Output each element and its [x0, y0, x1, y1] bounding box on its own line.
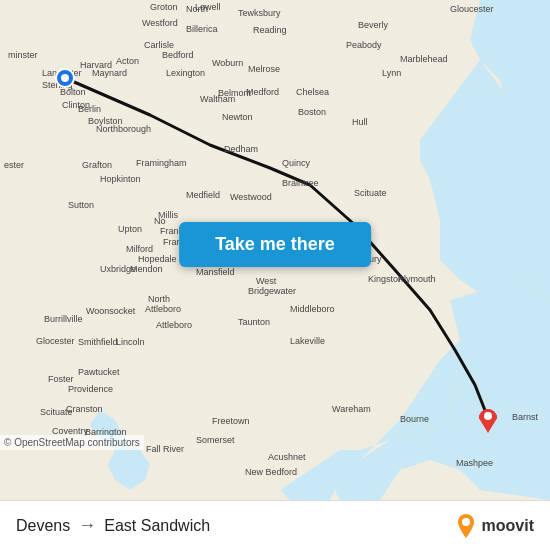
osm-attribution: © OpenStreetMap contributors [0, 435, 144, 450]
moovit-text: moovit [482, 517, 534, 535]
svg-text:Dedham: Dedham [224, 144, 258, 154]
svg-text:Wareham: Wareham [332, 404, 371, 414]
svg-text:Tewksbury: Tewksbury [238, 8, 281, 18]
svg-text:Maynard: Maynard [92, 68, 127, 78]
svg-text:Burrillville: Burrillville [44, 314, 83, 324]
moovit-logo[interactable]: moovit [454, 512, 534, 540]
svg-text:Freetown: Freetown [212, 416, 250, 426]
route-info: Devens → East Sandwich [16, 515, 210, 536]
svg-text:Peabody: Peabody [346, 40, 382, 50]
svg-text:Foster: Foster [48, 374, 74, 384]
svg-text:Marblehead: Marblehead [400, 54, 448, 64]
svg-text:Acushnet: Acushnet [268, 452, 306, 462]
svg-text:Milford: Milford [126, 244, 153, 254]
svg-text:Scituate: Scituate [354, 188, 387, 198]
svg-text:Beverly: Beverly [358, 20, 389, 30]
svg-text:Lincoln: Lincoln [116, 337, 145, 347]
svg-text:Melrose: Melrose [248, 64, 280, 74]
svg-text:Bridgewater: Bridgewater [248, 286, 296, 296]
svg-text:Belmont: Belmont [218, 88, 252, 98]
svg-text:Smithfield: Smithfield [78, 337, 118, 347]
svg-text:North: North [148, 294, 170, 304]
svg-text:Pawtucket: Pawtucket [78, 367, 120, 377]
svg-text:Plymouth: Plymouth [398, 274, 436, 284]
svg-text:Westford: Westford [142, 18, 178, 28]
svg-text:minster: minster [8, 50, 38, 60]
svg-text:Westwood: Westwood [230, 192, 272, 202]
svg-text:Quincy: Quincy [282, 158, 311, 168]
svg-text:Carlisle: Carlisle [144, 40, 174, 50]
svg-point-92 [61, 74, 69, 82]
svg-text:Hopedale: Hopedale [138, 254, 177, 264]
svg-text:Grafton: Grafton [82, 160, 112, 170]
map-container: Reading Beverly Gloucester Peabody Marbl… [0, 0, 550, 500]
arrow-icon: → [78, 515, 96, 536]
svg-text:North: North [186, 4, 208, 14]
svg-text:Hopkinton: Hopkinton [100, 174, 141, 184]
svg-text:Billerica: Billerica [186, 24, 218, 34]
svg-text:Newton: Newton [222, 112, 253, 122]
svg-text:Fall River: Fall River [146, 444, 184, 454]
svg-text:Boylston: Boylston [88, 116, 123, 126]
svg-text:Medfield: Medfield [186, 190, 220, 200]
svg-text:New Bedford: New Bedford [245, 467, 297, 477]
svg-text:Attleboro: Attleboro [145, 304, 181, 314]
svg-text:Middleboro: Middleboro [290, 304, 335, 314]
svg-text:Groton: Groton [150, 2, 178, 12]
svg-text:Somerset: Somerset [196, 435, 235, 445]
svg-text:Lynn: Lynn [382, 68, 401, 78]
svg-text:Framingham: Framingham [136, 158, 187, 168]
bottom-bar: Devens → East Sandwich moovit [0, 500, 550, 550]
svg-text:Uxbridge: Uxbridge [100, 264, 136, 274]
svg-text:Glocester: Glocester [36, 336, 75, 346]
svg-text:Clinton: Clinton [62, 100, 90, 110]
svg-text:Scituate: Scituate [40, 407, 73, 417]
svg-text:Chelsea: Chelsea [296, 87, 329, 97]
destination-label: East Sandwich [104, 517, 210, 535]
svg-text:Boston: Boston [298, 107, 326, 117]
svg-text:Hull: Hull [352, 117, 368, 127]
svg-text:West: West [256, 276, 277, 286]
svg-text:Taunton: Taunton [238, 317, 270, 327]
svg-text:Reading: Reading [253, 25, 287, 35]
svg-text:Barnst: Barnst [512, 412, 539, 422]
svg-text:Upton: Upton [118, 224, 142, 234]
moovit-pin-icon [454, 512, 478, 540]
svg-text:Acton: Acton [116, 56, 139, 66]
svg-text:ester: ester [4, 160, 24, 170]
svg-text:Bourne: Bourne [400, 414, 429, 424]
svg-text:Providence: Providence [68, 384, 113, 394]
svg-text:Sutton: Sutton [68, 200, 94, 210]
svg-text:Lexington: Lexington [166, 68, 205, 78]
svg-text:Woonsocket: Woonsocket [86, 306, 136, 316]
svg-text:No: No [154, 216, 166, 226]
take-me-there-button[interactable]: Take me there [179, 222, 371, 267]
svg-point-94 [462, 518, 470, 526]
svg-text:Gloucester: Gloucester [450, 4, 494, 14]
svg-text:Attleboro: Attleboro [156, 320, 192, 330]
origin-label: Devens [16, 517, 70, 535]
svg-text:Woburn: Woburn [212, 58, 243, 68]
svg-text:Mashpee: Mashpee [456, 458, 493, 468]
svg-text:Lakeville: Lakeville [290, 336, 325, 346]
svg-point-93 [484, 412, 492, 420]
svg-text:Mansfield: Mansfield [196, 267, 235, 277]
svg-text:Braintree: Braintree [282, 178, 319, 188]
svg-text:Bedford: Bedford [162, 50, 194, 60]
